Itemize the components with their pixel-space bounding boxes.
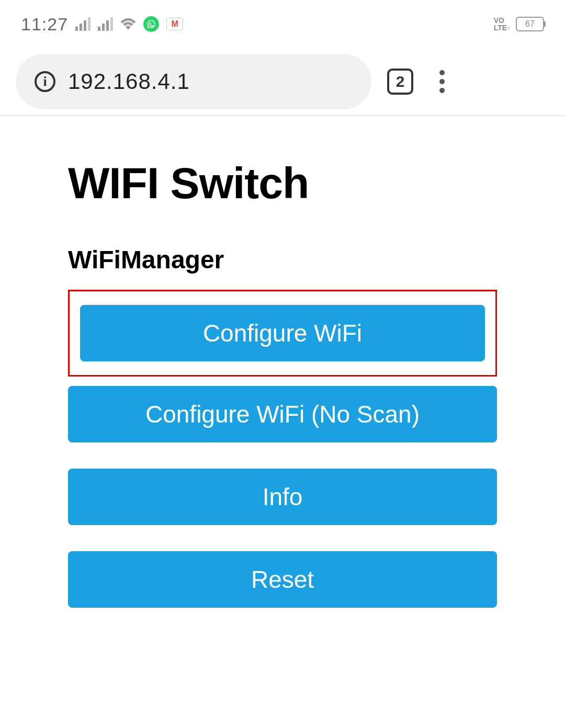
configure-wifi-button[interactable]: Configure WiFi [80,305,485,361]
status-bar: 11:27 M VOLTE▫ 67 [0,0,565,48]
signal-icon-2 [98,17,113,31]
page-content: WIFI Switch WiFiManager Configure WiFi C… [0,116,565,608]
tab-count-value: 2 [396,73,405,90]
battery-icon: 67 [516,17,544,31]
configure-wifi-noscan-button[interactable]: Configure WiFi (No Scan) [68,386,497,442]
status-time: 11:27 [21,14,68,35]
wifi-icon [120,15,136,34]
status-right: VOLTE▫ 67 [494,17,544,31]
url-bar[interactable]: i 192.168.4.1 [16,54,371,109]
reset-button[interactable]: Reset [68,551,497,608]
signal-icon-1 [75,17,91,31]
info-icon[interactable]: i [35,71,55,92]
highlight-box: Configure WiFi [68,290,497,377]
battery-level: 67 [525,19,535,29]
info-button[interactable]: Info [68,469,497,525]
section-title: WiFiManager [68,245,497,274]
menu-icon[interactable] [429,65,455,98]
status-left: 11:27 M [21,14,183,35]
whatsapp-icon [143,16,159,32]
url-text: 192.168.4.1 [68,69,190,94]
tab-count-button[interactable]: 2 [387,69,413,95]
volte-icon: VOLTE▫ [494,17,510,31]
browser-toolbar: i 192.168.4.1 2 [0,48,565,116]
gmail-icon: M [166,18,183,30]
page-title: WIFI Switch [68,158,497,209]
